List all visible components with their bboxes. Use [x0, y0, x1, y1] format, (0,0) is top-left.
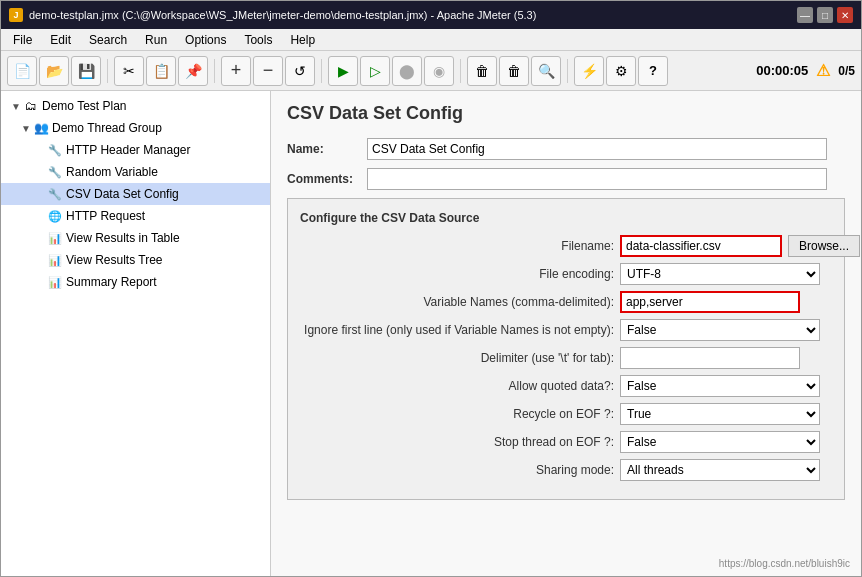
stop-thread-eof-row: Stop thread on EOF ?: False True — [300, 431, 832, 453]
stop-button[interactable]: ⬤ — [392, 56, 422, 86]
ignore-first-line-row: Ignore first line (only used if Variable… — [300, 319, 832, 341]
sidebar-item-csv-data-set-config[interactable]: ▷ 🔧 CSV Data Set Config — [1, 183, 270, 205]
sidebar-item-demo-thread-group[interactable]: ▼ 👥 Demo Thread Group — [1, 117, 270, 139]
content-panel: CSV Data Set Config Name: Comments: Conf… — [271, 91, 861, 577]
menu-edit[interactable]: Edit — [42, 31, 79, 49]
sidebar-label-csv-data-set-config: CSV Data Set Config — [66, 187, 179, 201]
main-container: ▼ 🗂 Demo Test Plan ▼ 👥 Demo Thread Group… — [1, 91, 861, 577]
name-label: Name: — [287, 142, 367, 156]
sidebar-item-http-header-manager[interactable]: ▷ 🔧 HTTP Header Manager — [1, 139, 270, 161]
toolbar-timer-area: 00:00:05 ⚠ 0/5 — [756, 61, 855, 80]
expand-icon-test-plan[interactable]: ▼ — [9, 99, 23, 113]
clear-button[interactable]: 🗑 — [467, 56, 497, 86]
remove-button[interactable]: − — [253, 56, 283, 86]
sidebar-label-http-header-manager: HTTP Header Manager — [66, 143, 191, 157]
menu-search[interactable]: Search — [81, 31, 135, 49]
variable-names-input[interactable] — [620, 291, 800, 313]
allow-quoted-data-label: Allow quoted data?: — [300, 379, 620, 393]
start-no-pause-button[interactable]: ▷ — [360, 56, 390, 86]
search-toolbar-button[interactable]: 🔍 — [531, 56, 561, 86]
allow-quoted-data-select[interactable]: False True — [620, 375, 820, 397]
sharing-mode-row: Sharing mode: All threads Current thread… — [300, 459, 832, 481]
csv-config-icon: 🔧 — [47, 186, 63, 202]
watermark: https://blog.csdn.net/bluish9ic — [719, 558, 850, 569]
error-count: 0/5 — [838, 64, 855, 78]
clear-all-button[interactable]: 🗑 — [499, 56, 529, 86]
sidebar-label-summary-report: Summary Report — [66, 275, 157, 289]
separator-1 — [107, 59, 108, 83]
menu-options[interactable]: Options — [177, 31, 234, 49]
sidebar-item-random-variable[interactable]: ▷ 🔧 Random Variable — [1, 161, 270, 183]
copy-button[interactable]: 📋 — [146, 56, 176, 86]
sidebar-item-demo-test-plan[interactable]: ▼ 🗂 Demo Test Plan — [1, 95, 270, 117]
stop-thread-eof-label: Stop thread on EOF ?: — [300, 435, 620, 449]
random-variable-icon: 🔧 — [47, 164, 63, 180]
comments-label: Comments: — [287, 172, 367, 186]
minimize-button[interactable]: — — [797, 7, 813, 23]
sidebar-label-demo-thread-group: Demo Thread Group — [52, 121, 162, 135]
cut-button[interactable]: ✂ — [114, 56, 144, 86]
paste-button[interactable]: 📌 — [178, 56, 208, 86]
filename-row: Filename: Browse... — [300, 235, 832, 257]
summary-report-icon: 📊 — [47, 274, 63, 290]
sidebar-item-view-results-table[interactable]: ▷ 📊 View Results in Table — [1, 227, 270, 249]
sidebar-label-view-results-table: View Results in Table — [66, 231, 180, 245]
sidebar-item-summary-report[interactable]: ▷ 📊 Summary Report — [1, 271, 270, 293]
functions-button[interactable]: ⚙ — [606, 56, 636, 86]
menu-file[interactable]: File — [5, 31, 40, 49]
new-button[interactable]: 📄 — [7, 56, 37, 86]
expand-icon-thread-group[interactable]: ▼ — [19, 121, 33, 135]
filename-label: Filename: — [300, 239, 620, 253]
file-encoding-select[interactable]: UTF-8 — [620, 263, 820, 285]
open-button[interactable]: 📂 — [39, 56, 69, 86]
browse-button[interactable]: Browse... — [788, 235, 860, 257]
menu-tools[interactable]: Tools — [236, 31, 280, 49]
name-input[interactable] — [367, 138, 827, 160]
sidebar-label-demo-test-plan: Demo Test Plan — [42, 99, 127, 113]
file-encoding-row: File encoding: UTF-8 — [300, 263, 832, 285]
results-tree-icon: 📊 — [47, 252, 63, 268]
csv-config-section: Configure the CSV Data Source Filename: … — [287, 198, 845, 500]
allow-quoted-data-row: Allow quoted data?: False True — [300, 375, 832, 397]
http-request-icon: 🌐 — [47, 208, 63, 224]
sharing-mode-select[interactable]: All threads Current thread group Current… — [620, 459, 820, 481]
title-bar: J demo-testplan.jmx (C:\@Workspace\WS_JM… — [1, 1, 861, 29]
timer-display: 00:00:05 — [756, 63, 808, 78]
help-toolbar-button[interactable]: ? — [638, 56, 668, 86]
test-plan-icon: 🗂 — [23, 98, 39, 114]
sidebar-item-http-request[interactable]: ▷ 🌐 HTTP Request — [1, 205, 270, 227]
recycle-eof-select[interactable]: True False — [620, 403, 820, 425]
header-manager-icon: 🔧 — [47, 142, 63, 158]
toolbar: 📄 📂 💾 ✂ 📋 📌 + − ↺ ▶ ▷ ⬤ ◉ 🗑 🗑 🔍 ⚡ ⚙ ? 00… — [1, 51, 861, 91]
sidebar-item-view-results-tree[interactable]: ▷ 📊 View Results Tree — [1, 249, 270, 271]
shutdown-button[interactable]: ◉ — [424, 56, 454, 86]
menu-run[interactable]: Run — [137, 31, 175, 49]
window-controls[interactable]: — □ ✕ — [797, 7, 853, 23]
stop-thread-eof-select[interactable]: False True — [620, 431, 820, 453]
results-table-icon: 📊 — [47, 230, 63, 246]
delimiter-input[interactable] — [620, 347, 800, 369]
remote-start-button[interactable]: ⚡ — [574, 56, 604, 86]
ignore-first-line-select[interactable]: False True — [620, 319, 820, 341]
menu-help[interactable]: Help — [282, 31, 323, 49]
close-button[interactable]: ✕ — [837, 7, 853, 23]
start-button[interactable]: ▶ — [328, 56, 358, 86]
sidebar: ▼ 🗂 Demo Test Plan ▼ 👥 Demo Thread Group… — [1, 91, 271, 577]
name-row: Name: — [287, 138, 845, 160]
recycle-eof-label: Recycle on EOF ?: — [300, 407, 620, 421]
add-button[interactable]: + — [221, 56, 251, 86]
separator-4 — [460, 59, 461, 83]
warning-icon: ⚠ — [816, 61, 830, 80]
thread-group-icon: 👥 — [33, 120, 49, 136]
comments-input[interactable] — [367, 168, 827, 190]
window-title: demo-testplan.jmx (C:\@Workspace\WS_JMet… — [29, 9, 536, 21]
app-icon: J — [9, 8, 23, 22]
separator-3 — [321, 59, 322, 83]
toggle-button[interactable]: ↺ — [285, 56, 315, 86]
recycle-eof-row: Recycle on EOF ?: True False — [300, 403, 832, 425]
filename-input[interactable] — [620, 235, 782, 257]
ignore-first-line-label: Ignore first line (only used if Variable… — [300, 323, 620, 337]
separator-2 — [214, 59, 215, 83]
save-button[interactable]: 💾 — [71, 56, 101, 86]
maximize-button[interactable]: □ — [817, 7, 833, 23]
